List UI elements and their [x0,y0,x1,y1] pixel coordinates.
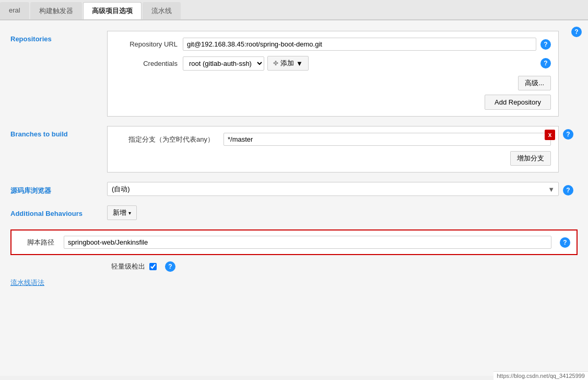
repo-url-row: Repository URL ? [115,38,551,51]
add-branch-btn-row: 增加分支 [115,151,551,166]
repo-url-input[interactable] [183,38,536,51]
source-select-wrapper: (自动) ▼ [107,182,559,196]
repo-url-label: Repository URL [115,40,183,48]
credentials-row: Credentials root (gitlab-auth-ssh) ✤ 添加 … [115,56,551,71]
branches-help-icon[interactable]: ? [563,129,573,140]
script-path-label: 脚本路径 [18,238,60,247]
repositories-label: Repositories [10,31,107,43]
add-branch-button[interactable]: 增加分支 [510,151,551,166]
branches-help-col: ? [559,126,578,140]
tab-advanced-options[interactable]: 高级项目选项 [83,2,142,19]
add-repo-btn-row: Add Repository [115,95,551,110]
lightweight-row: 轻量级检出 ? [10,261,578,272]
additional-behaviours-row: 新增 ▾ [107,205,559,220]
script-path-section: 脚本路径 ? [10,229,578,255]
source-browser-section: 源码库浏览器 (自动) ▼ ? [10,182,578,196]
branches-label: Branches to build [10,126,107,138]
script-path-input[interactable] [64,236,551,249]
add-btn-label: 添加 [280,59,294,68]
tab-pipeline[interactable]: 流水线 [143,2,181,19]
lightweight-label: 轻量级检出 [111,262,145,271]
source-browser-label: 源码库浏览器 [10,182,107,195]
branch-input-row: 指定分支（为空时代表any） [115,133,551,146]
source-browser-select[interactable]: (自动) [107,182,559,196]
pipeline-syntax-row: 流水线语法 [10,278,578,287]
credentials-add-button[interactable]: ✤ 添加 ▼ [267,56,309,71]
source-browser-help-icon[interactable]: ? [563,185,573,195]
script-path-help-icon[interactable]: ? [560,237,570,248]
tab-build-trigger[interactable]: 构建触发器 [30,2,82,19]
branch-field-label: 指定分支（为空时代表any） [115,135,219,144]
new-behaviour-button[interactable]: 新增 ▾ [107,205,137,220]
repositories-content: Repository URL ? Credentials root (gitla… [107,31,559,117]
branches-content: x 指定分支（为空时代表any） 增加分支 [107,126,559,172]
credentials-controls: root (gitlab-auth-ssh) ✤ 添加 ▼ [183,56,536,71]
tab-bar: eral 构建触发器 高级项目选项 流水线 [0,0,588,20]
close-branch-button[interactable]: x [545,130,555,140]
top-help-icon[interactable]: ? [571,27,582,37]
key-icon: ✤ [273,60,278,67]
lightweight-checkbox-wrapper [149,263,157,270]
repo-url-help-icon[interactable]: ? [540,39,551,50]
lightweight-checkbox[interactable] [149,263,157,270]
pipeline-syntax-link[interactable]: 流水线语法 [10,279,44,286]
new-btn-label: 新增 [113,208,126,217]
credentials-label: Credentials [115,60,183,67]
branches-section: Branches to build x 指定分支（为空时代表any） 增加分支 … [10,126,578,172]
bottom-url-bar: https://blog.csdn.net/qq_34125999 [493,371,588,376]
source-browser-help-col: ? [559,182,578,195]
advanced-button[interactable]: 高级... [518,76,551,90]
add-repository-button[interactable]: Add Repository [485,95,551,110]
lightweight-help-icon[interactable]: ? [165,261,175,272]
new-dropdown-arrow-icon: ▾ [128,210,131,216]
repositories-section: Repositories Repository URL ? Credential… [10,31,578,117]
main-content: ? Repositories Repository URL ? Credenti… [0,20,588,376]
tab-eral[interactable]: eral [0,2,29,19]
credentials-select[interactable]: root (gitlab-auth-ssh) [183,56,264,71]
additional-behaviours-help-col [559,205,578,209]
add-dropdown-arrow: ▼ [296,60,303,67]
credentials-help-icon[interactable]: ? [540,58,551,68]
branch-input[interactable] [224,133,551,146]
additional-behaviours-label: Additional Behaviours [10,205,107,217]
additional-behaviours-section: Additional Behaviours 新增 ▾ [10,205,578,220]
source-browser-row: (自动) ▼ [107,182,559,196]
advanced-btn-row: 高级... [115,76,551,90]
